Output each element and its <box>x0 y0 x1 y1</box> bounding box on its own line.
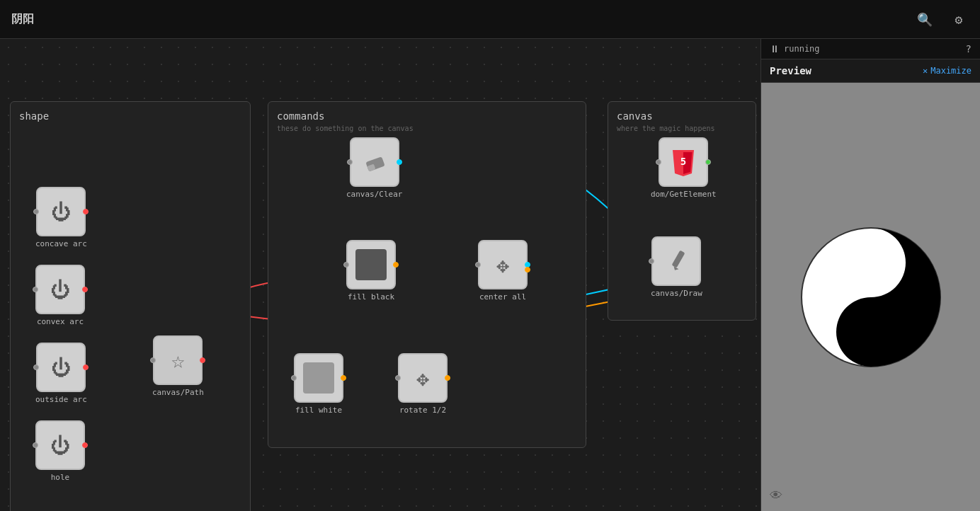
hole-box[interactable]: ⏻ <box>35 420 85 470</box>
dom-get-node[interactable]: 5 dom/GetElement <box>651 137 717 199</box>
rotate-half-node[interactable]: ✥ rotate 1/2 <box>398 353 448 415</box>
commands-group-title: commands <box>277 110 577 122</box>
fill-white-swatch <box>303 362 334 394</box>
outside-arc-icon: ⏻ <box>51 356 71 379</box>
concave-arc-label: concave arc <box>35 239 87 248</box>
maximize-button[interactable]: ✕ ✕ Maximize Maximize <box>923 66 972 76</box>
dom-get-box[interactable]: 5 <box>659 137 708 187</box>
preview-title: Preview <box>770 65 923 76</box>
hole-port-right <box>82 442 88 448</box>
center-all-icon: ✥ <box>496 253 509 277</box>
canvas-path-port-right <box>200 357 205 363</box>
rotate-half-icon: ✥ <box>416 366 429 391</box>
outside-arc-box[interactable]: ⏻ <box>36 343 86 392</box>
fill-black-box[interactable] <box>346 240 396 289</box>
eye-icon[interactable]: 👁 <box>770 488 782 503</box>
canvas-group-subtitle: where the magic happens <box>617 125 747 132</box>
concave-arc-node[interactable]: ⏻ concave arc <box>35 187 87 248</box>
hole-port-left <box>33 442 38 448</box>
canvas-group: canvas where the magic happens 5 dom/Get… <box>608 101 756 321</box>
canvas-path-label: canvas/Path <box>152 388 204 397</box>
convex-arc-icon: ⏻ <box>50 278 70 302</box>
app-header: 阴阳 🔍 ⚙ <box>0 0 980 39</box>
dom-get-port-left <box>656 159 661 165</box>
rotate-half-box[interactable]: ✥ <box>398 353 448 403</box>
fill-black-swatch <box>355 249 387 280</box>
canvas-path-port-left <box>150 357 156 363</box>
hole-label: hole <box>51 473 70 482</box>
convex-arc-label: convex arc <box>37 317 84 326</box>
rotate-half-port-right <box>445 375 450 381</box>
pause-icon[interactable]: ⏸ <box>770 43 780 54</box>
preview-area: 👁 <box>761 83 980 511</box>
rotate-half-port-left <box>395 375 401 381</box>
canvas-draw-node[interactable]: canvas/Draw <box>651 236 702 298</box>
outside-arc-label: outside arc <box>35 395 87 404</box>
yinyang-svg <box>800 226 942 368</box>
preview-header: Preview ✕ ✕ Maximize Maximize <box>761 59 980 83</box>
fill-white-port-left <box>291 375 297 381</box>
outside-arc-node[interactable]: ⏻ outside arc <box>35 343 87 404</box>
main-canvas: shape ⏻ concave arc ⏻ convex arc <box>0 39 760 511</box>
fill-white-node[interactable]: fill white <box>294 353 343 415</box>
fill-white-label: fill white <box>295 406 342 415</box>
center-all-node[interactable]: ✥ center all <box>478 240 528 302</box>
convex-arc-node[interactable]: ⏻ convex arc <box>35 265 85 326</box>
canvas-path-node[interactable]: ☆ canvas/Path <box>152 335 204 397</box>
hole-icon: ⏻ <box>50 434 70 457</box>
html5-icon: 5 <box>669 148 697 176</box>
canvas-clear-port-right <box>397 159 402 165</box>
concave-arc-port-right <box>83 209 89 214</box>
fill-black-node[interactable]: fill black <box>346 240 396 302</box>
eraser-icon <box>362 149 387 175</box>
canvas-clear-port-left <box>347 159 353 165</box>
svg-text:5: 5 <box>680 156 686 167</box>
settings-icon[interactable]: ⚙ <box>949 12 969 27</box>
canvas-draw-port-left <box>649 258 654 264</box>
rotate-half-label: rotate 1/2 <box>399 406 446 415</box>
center-all-box[interactable]: ✥ <box>478 240 528 289</box>
svg-point-9 <box>859 320 883 344</box>
fill-black-label: fill black <box>348 292 394 302</box>
hole-node[interactable]: ⏻ hole <box>35 420 85 482</box>
canvas-clear-label: canvas/Clear <box>346 190 402 199</box>
app-title: 阴阳 <box>11 12 34 27</box>
help-icon[interactable]: ? <box>966 43 972 54</box>
center-all-label: center all <box>479 292 526 302</box>
fill-black-port-right <box>393 262 399 268</box>
outside-arc-port-left <box>33 364 39 370</box>
pencil-icon <box>663 248 690 275</box>
commands-group: commands these do something on the canva… <box>268 101 586 448</box>
dom-get-label: dom/GetElement <box>651 190 717 199</box>
fill-white-box[interactable] <box>294 353 343 403</box>
running-status: running <box>784 44 966 54</box>
fill-white-port-right <box>341 375 346 381</box>
canvas-draw-label: canvas/Draw <box>651 289 702 298</box>
commands-group-subtitle: these do something on the canvas <box>277 125 577 132</box>
center-all-port-left <box>475 262 481 268</box>
center-all-port-right-orange <box>525 267 530 272</box>
convex-arc-port-left <box>33 287 38 292</box>
shape-group: shape ⏻ concave arc ⏻ convex arc <box>10 101 251 511</box>
canvas-group-title: canvas <box>617 110 747 122</box>
concave-arc-icon: ⏻ <box>51 200 71 224</box>
concave-arc-port-left <box>33 209 39 214</box>
right-panel: ⏸ running ? Preview ✕ ✕ Maximize Maximiz… <box>760 39 980 511</box>
close-icon: ✕ <box>923 66 928 76</box>
concave-arc-box[interactable]: ⏻ <box>36 187 86 236</box>
canvas-draw-box[interactable] <box>651 236 701 286</box>
fill-black-port-left <box>343 262 349 268</box>
canvas-path-box[interactable]: ☆ <box>153 335 203 385</box>
svg-rect-5 <box>672 251 685 268</box>
svg-point-8 <box>859 251 883 275</box>
canvas-clear-box[interactable] <box>350 137 399 187</box>
convex-arc-box[interactable]: ⏻ <box>35 265 85 314</box>
canvas-clear-node[interactable]: canvas/Clear <box>346 137 402 199</box>
convex-arc-port-right <box>82 287 88 292</box>
canvas-path-icon: ☆ <box>171 347 185 374</box>
outside-arc-port-right <box>83 364 89 370</box>
search-icon[interactable]: 🔍 <box>915 12 935 27</box>
shape-group-title: shape <box>19 110 241 122</box>
dom-get-port-right <box>705 159 711 165</box>
